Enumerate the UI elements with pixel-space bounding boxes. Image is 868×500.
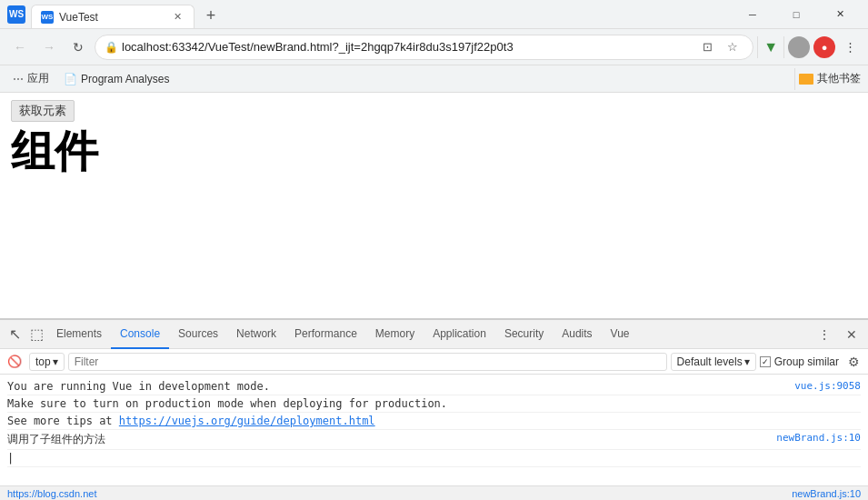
other-bookmarks-folder[interactable]: [799, 74, 813, 85]
address-bar: ← → ↻ 🔒 localhost:63342/VueTest/newBrand…: [0, 29, 868, 65]
devtools-panel: ↖ ⬚ Elements Console Sources Network Per…: [0, 318, 868, 500]
page-content: 获取元素 组件: [0, 93, 868, 185]
group-similar-label: Group similar: [774, 355, 839, 368]
address-input[interactable]: 🔒 localhost:63342/VueTest/newBrand.html?…: [95, 35, 753, 60]
bookmark-star-icon[interactable]: ☆: [722, 36, 743, 58]
other-bookmarks-label: 其他书签: [817, 71, 861, 86]
console-text-2: Make sure to turn on production mode whe…: [7, 397, 861, 410]
deployment-link[interactable]: https://vuejs.org/guide/deployment.html: [119, 415, 375, 427]
title-bar: WS WS VueTest ✕ + ─ □ ✕: [0, 0, 868, 29]
file-icon: 📄: [64, 73, 77, 85]
menu-button[interactable]: ⋮: [839, 36, 861, 58]
console-text-4: 调用了子组件的方法: [7, 432, 773, 447]
devtools-tabs: ↖ ⬚ Elements Console Sources Network Per…: [0, 320, 868, 349]
page-heading: 组件: [11, 125, 857, 178]
bookmarks-divider: [794, 68, 795, 90]
new-tab-button[interactable]: +: [198, 3, 224, 28]
devtools-more-button[interactable]: ⋮: [812, 322, 837, 347]
log-levels-selector[interactable]: Default levels ▾: [671, 353, 756, 371]
page-area: 获取元素 组件: [0, 93, 868, 318]
devtools-tab-application[interactable]: Application: [424, 320, 495, 349]
console-source-4[interactable]: newBrand.js:10: [776, 432, 861, 444]
console-source-1[interactable]: vue.js:9058: [794, 380, 861, 392]
console-message-3: See more tips at https://vuejs.org/guide…: [7, 413, 861, 430]
devtools-tab-console[interactable]: Console: [111, 320, 169, 349]
address-actions: ⊡ ☆: [696, 36, 743, 58]
bookmarks-bar: ⋯ 应用 📄 Program Analyses 其他书签: [0, 65, 868, 93]
context-selector[interactable]: top ▾: [29, 353, 65, 371]
tab-strip: WS VueTest ✕ +: [31, 0, 732, 28]
maximize-button[interactable]: □: [775, 0, 817, 29]
browser-actions: ▼ ● ⋮: [757, 36, 861, 58]
active-tab[interactable]: WS VueTest ✕: [31, 5, 195, 28]
refresh-button[interactable]: ↻: [65, 35, 91, 60]
status-source: newBrand.js:10: [792, 488, 861, 499]
forward-button[interactable]: →: [36, 35, 62, 60]
console-message-4: 调用了子组件的方法 newBrand.js:10: [7, 430, 861, 450]
devtools-statusbar: https://blog.csdn.net newBrand.js:10: [0, 485, 868, 500]
divider: [757, 36, 758, 58]
levels-chevron-icon: ▾: [744, 355, 750, 368]
group-similar-checkbox[interactable]: ✓: [760, 356, 771, 367]
vue-devtools-icon[interactable]: ▼: [762, 39, 780, 55]
status-url: https://blog.csdn.net: [7, 488, 96, 499]
console-settings-button[interactable]: ⚙: [843, 351, 864, 373]
devtools-tab-memory[interactable]: Memory: [366, 320, 424, 349]
url-text: localhost:63342/VueTest/newBrand.html?_i…: [122, 40, 693, 54]
console-cursor-line: |: [7, 450, 861, 467]
console-filter-input[interactable]: [68, 353, 667, 371]
devtools-tab-elements[interactable]: Elements: [47, 320, 111, 349]
devtools-mobile-button[interactable]: ⬚: [25, 324, 47, 345]
devtools-inspect-button[interactable]: ↖: [4, 324, 25, 345]
console-text-1: You are running Vue in development mode.: [7, 380, 791, 393]
console-message-2: Make sure to turn on production mode whe…: [7, 395, 861, 413]
devtools-tab-security[interactable]: Security: [495, 320, 553, 349]
tab-favicon: WS: [41, 11, 54, 24]
main-area: 获取元素 组件 ↖ ⬚ Elements Console Sources Net…: [0, 93, 868, 500]
devtools-tab-vue[interactable]: Vue: [602, 320, 639, 349]
window-controls: ─ □ ✕: [732, 0, 861, 29]
devtools-close-button[interactable]: ✕: [839, 322, 864, 347]
group-similar-wrap: ✓ Group similar: [760, 355, 839, 368]
devtools-tab-sources[interactable]: Sources: [169, 320, 227, 349]
console-output: You are running Vue in development mode.…: [0, 375, 868, 485]
chevron-down-icon: ▾: [53, 355, 58, 368]
apps-bookmark[interactable]: ⋯ 应用: [7, 69, 55, 88]
console-toolbar: 🚫 top ▾ Default levels ▾ ✓ Group similar…: [0, 349, 868, 375]
lock-icon: 🔒: [105, 41, 118, 54]
divider2: [783, 36, 784, 58]
minimize-button[interactable]: ─: [732, 0, 773, 29]
apps-icon: ⋯: [13, 73, 24, 85]
clear-console-button[interactable]: 🚫: [4, 351, 25, 373]
devtools-tab-network[interactable]: Network: [227, 320, 285, 349]
mirror-icon[interactable]: ⊡: [696, 36, 718, 58]
tab-title: VueTest: [59, 11, 165, 24]
console-message-1: You are running Vue in development mode.…: [7, 378, 861, 395]
program-analyses-bookmark[interactable]: 📄 Program Analyses: [58, 71, 175, 87]
tab-close-button[interactable]: ✕: [170, 10, 185, 25]
console-text-3: See more tips at https://vuejs.org/guide…: [7, 415, 861, 427]
console-cursor: |: [7, 452, 14, 465]
devtools-actions: ⋮ ✕: [812, 322, 864, 347]
close-button[interactable]: ✕: [819, 0, 861, 29]
browser-icon: WS: [7, 5, 25, 24]
extension-icon[interactable]: ●: [813, 36, 835, 58]
devtools-tab-audits[interactable]: Audits: [553, 320, 601, 349]
profile-avatar[interactable]: [788, 36, 810, 58]
program-analyses-label: Program Analyses: [81, 73, 169, 85]
bookmarks-right: 其他书签: [794, 68, 861, 90]
apps-label: 应用: [27, 71, 49, 86]
get-element-button[interactable]: 获取元素: [11, 100, 75, 122]
devtools-tab-performance[interactable]: Performance: [285, 320, 366, 349]
back-button[interactable]: ←: [7, 35, 33, 60]
